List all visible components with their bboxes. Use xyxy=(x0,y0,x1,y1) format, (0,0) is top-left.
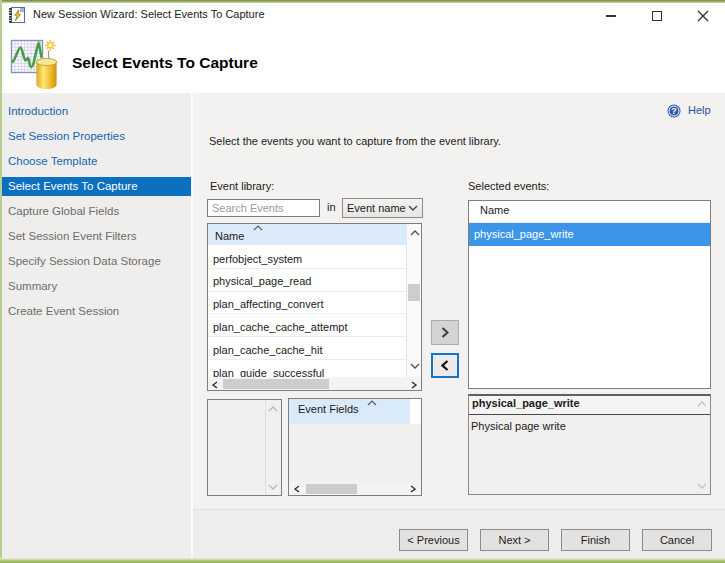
svg-text:?: ? xyxy=(671,105,677,116)
